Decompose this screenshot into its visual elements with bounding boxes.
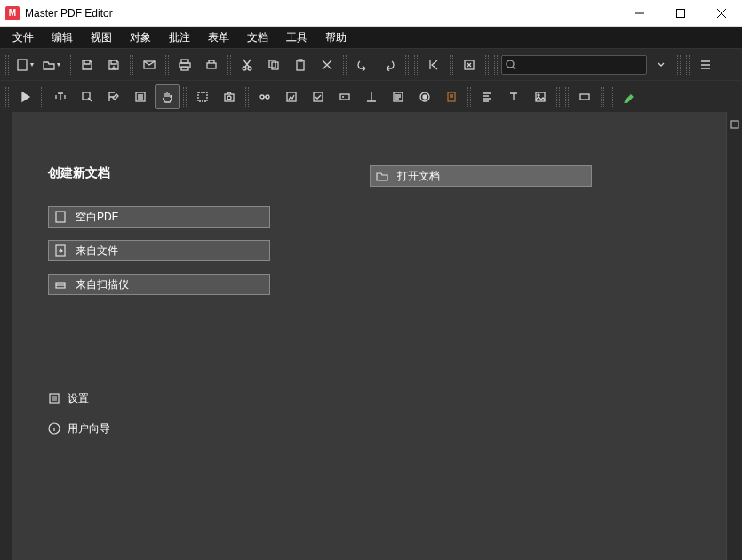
svg-point-22 <box>227 96 231 100</box>
open-folder-button[interactable] <box>39 52 64 77</box>
menu-annotate[interactable]: 批注 <box>160 28 199 48</box>
svg-rect-20 <box>198 92 207 101</box>
separator <box>128 49 135 80</box>
separator <box>39 81 46 112</box>
svg-rect-9 <box>207 63 216 68</box>
record-tool-button[interactable] <box>412 84 437 109</box>
close-button[interactable] <box>701 0 742 27</box>
menu-form[interactable]: 表单 <box>199 28 238 48</box>
edit-object-tool-button[interactable] <box>75 84 100 109</box>
menu-file[interactable]: 文件 <box>4 28 43 48</box>
attachment-tool-button[interactable] <box>439 84 464 109</box>
svg-rect-21 <box>225 94 234 101</box>
from-scanner-label: 来自扫描仪 <box>76 277 129 292</box>
play-tool-button[interactable] <box>12 84 37 109</box>
paste-button[interactable] <box>288 52 313 77</box>
svg-rect-32 <box>536 92 545 101</box>
menu-document[interactable]: 文档 <box>238 28 277 48</box>
svg-rect-27 <box>340 94 349 100</box>
from-file-button[interactable]: 来自文件 <box>48 240 270 261</box>
align-tool-button[interactable] <box>475 84 499 109</box>
search-icon <box>506 60 516 70</box>
first-page-button[interactable] <box>421 52 446 77</box>
svg-rect-1 <box>677 9 685 17</box>
vertical-line-tool-button[interactable] <box>359 84 384 109</box>
text-tool-button[interactable] <box>501 84 526 109</box>
toolbar-tools <box>0 80 742 112</box>
svg-rect-8 <box>181 67 188 70</box>
svg-rect-35 <box>56 212 65 222</box>
save-as-button[interactable] <box>101 52 126 77</box>
separator <box>599 81 606 112</box>
delete-button[interactable] <box>315 52 339 77</box>
note-tool-button[interactable] <box>386 84 411 109</box>
text-select-tool-button[interactable] <box>48 84 73 109</box>
menu-tools[interactable]: 工具 <box>277 28 316 48</box>
menubar: 文件 编辑 视图 对象 批注 表单 文档 工具 帮助 <box>0 27 742 48</box>
separator <box>4 49 11 80</box>
email-button[interactable] <box>137 52 162 77</box>
link-tool-button[interactable] <box>252 84 277 109</box>
right-gutter <box>726 112 742 560</box>
undo-button[interactable] <box>350 52 375 77</box>
marker-tool-button[interactable] <box>617 84 642 109</box>
menu-object[interactable]: 对象 <box>121 28 160 48</box>
menu-help[interactable]: 帮助 <box>316 28 355 48</box>
form-edit-tool-button[interactable] <box>101 84 126 109</box>
separator <box>684 49 691 80</box>
save-button[interactable] <box>75 52 100 77</box>
search-box[interactable] <box>501 55 647 75</box>
info-icon <box>48 422 60 435</box>
settings-link[interactable]: 设置 <box>48 388 110 409</box>
svg-point-17 <box>507 60 514 68</box>
user-guide-link[interactable]: 用户向导 <box>48 418 110 439</box>
search-dropdown-button[interactable] <box>649 52 674 77</box>
svg-rect-25 <box>287 92 296 101</box>
separator <box>608 81 615 112</box>
menu-view[interactable]: 视图 <box>82 28 121 48</box>
image-tool-button[interactable] <box>528 84 553 109</box>
separator <box>563 81 570 112</box>
snapshot-tool-button[interactable] <box>217 84 242 109</box>
svg-rect-4 <box>18 60 27 70</box>
rectangle-tool-button[interactable] <box>572 84 597 109</box>
maximize-button[interactable] <box>660 0 701 27</box>
form-field-tool-button[interactable] <box>332 84 357 109</box>
fit-page-button[interactable] <box>457 52 482 77</box>
svg-rect-34 <box>580 94 589 100</box>
checkbox-tool-button[interactable] <box>306 84 331 109</box>
blank-page-icon <box>54 211 67 223</box>
hand-tool-button[interactable] <box>155 84 180 109</box>
svg-rect-40 <box>731 121 738 128</box>
blank-pdf-button[interactable]: 空白PDF <box>48 206 270 228</box>
separator <box>675 49 682 80</box>
new-file-button[interactable] <box>12 52 37 77</box>
from-scanner-button[interactable]: 来自扫描仪 <box>48 274 270 295</box>
separator <box>66 49 73 80</box>
marquee-tool-button[interactable] <box>190 84 215 109</box>
copy-button[interactable] <box>261 52 286 77</box>
start-screen: 创建新文档 空白PDF 来自文件 来自扫描仪 设置 用户向 <box>12 112 726 560</box>
open-file-button[interactable]: 打开文档 <box>370 165 592 187</box>
menu-edit[interactable]: 编辑 <box>43 28 82 48</box>
open-file-label: 打开文档 <box>397 169 440 184</box>
hamburger-menu-button[interactable] <box>693 52 718 77</box>
import-file-icon <box>54 244 67 257</box>
watermark-tool-button[interactable] <box>279 84 304 109</box>
settings-icon <box>48 392 60 404</box>
properties-tool-button[interactable] <box>128 84 153 109</box>
toolbar-main <box>0 48 742 80</box>
cut-button[interactable] <box>235 52 259 77</box>
minimize-button[interactable] <box>619 0 660 27</box>
scan-button[interactable] <box>199 52 224 77</box>
scanner-icon <box>54 278 67 291</box>
separator <box>466 81 473 112</box>
left-gutter <box>0 112 12 560</box>
right-panel-tab-1[interactable] <box>727 112 742 137</box>
titlebar: M Master PDF Editor <box>0 0 742 27</box>
window-title: Master PDF Editor <box>25 7 113 20</box>
blank-pdf-label: 空白PDF <box>76 210 118 225</box>
redo-button[interactable] <box>377 52 402 77</box>
print-button[interactable] <box>172 52 197 77</box>
search-input[interactable] <box>520 60 642 70</box>
